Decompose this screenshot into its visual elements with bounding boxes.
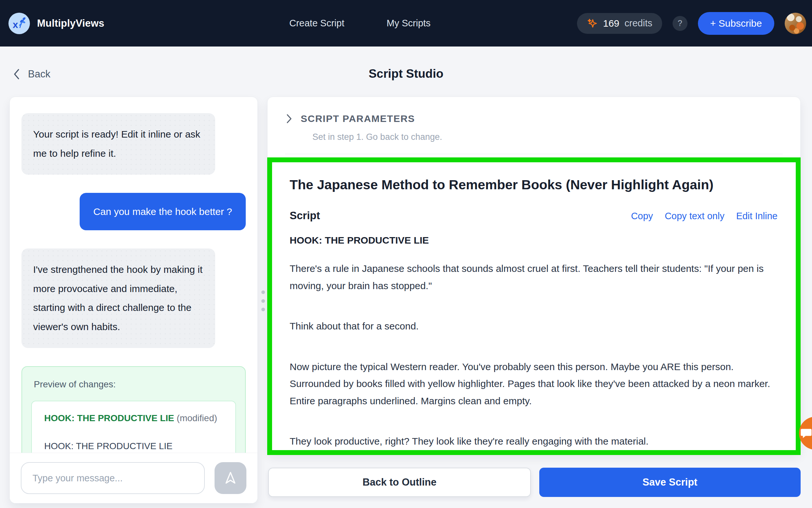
- save-script-button[interactable]: Save Script: [539, 468, 801, 497]
- page-title: Script Studio: [0, 67, 812, 81]
- script-section-header: Script Copy Copy text only Edit Inline: [289, 209, 777, 222]
- user-avatar[interactable]: [785, 13, 806, 34]
- copy-link[interactable]: Copy: [631, 211, 653, 221]
- preview-heading-text: HOOK: THE PRODUCTIVE LIE: [44, 413, 174, 423]
- send-icon: [223, 471, 238, 485]
- assistant-message: Your script is ready! Edit it inline or …: [21, 113, 215, 175]
- chat-widget-button[interactable]: [799, 417, 812, 450]
- script-paragraph: Now picture the typical Western reader. …: [289, 358, 777, 410]
- send-button[interactable]: [215, 462, 246, 494]
- chat-input-bar: [10, 453, 258, 503]
- help-button[interactable]: ?: [673, 16, 687, 31]
- script-paragraph: There's a rule in Japanese schools that …: [289, 260, 777, 294]
- subscribe-button[interactable]: + Subscribe: [698, 12, 774, 35]
- preview-heading: HOOK: THE PRODUCTIVE LIE (modified): [44, 413, 223, 423]
- divider: [285, 154, 783, 154]
- top-navbar: x MultiplyViews Create Script My Scripts: [0, 0, 812, 46]
- footer-actions: Back to Outline Save Script: [268, 468, 801, 497]
- panel-resize-handle[interactable]: [260, 290, 266, 311]
- preview-content: HOOK: THE PRODUCTIVE LIE (modified) HOOK…: [31, 401, 236, 453]
- nav-my-scripts[interactable]: My Scripts: [387, 18, 431, 29]
- nav-create-script[interactable]: Create Script: [289, 18, 344, 29]
- sparkle-icon: [587, 18, 598, 29]
- hook-heading: HOOK: THE PRODUCTIVE LIE: [289, 235, 777, 246]
- brand-name: MultiplyViews: [37, 17, 104, 29]
- script-paragraph: They look productive, right? They look l…: [289, 433, 777, 450]
- chat-message-list[interactable]: Your script is ready! Edit it inline or …: [10, 97, 258, 453]
- chevron-right-icon: [286, 114, 292, 124]
- script-parameters-subtitle: Set in step 1. Go back to change.: [312, 132, 442, 142]
- chat-bubble-icon: [800, 427, 812, 440]
- navbar-right: 169 credits ? + Subscribe: [577, 0, 806, 46]
- credits-unit: credits: [624, 18, 652, 29]
- assistant-message: I've strengthened the hook by making it …: [21, 249, 215, 348]
- chat-panel: Your script is ready! Edit it inline or …: [9, 96, 258, 503]
- script-title: The Japanese Method to Remember Books (N…: [289, 177, 777, 193]
- copy-text-only-link[interactable]: Copy text only: [665, 211, 725, 221]
- script-content[interactable]: The Japanese Method to Remember Books (N…: [272, 162, 796, 450]
- credits-value: 169: [603, 18, 619, 29]
- script-parameters-title: SCRIPT PARAMETERS: [301, 113, 415, 124]
- user-message-row: Can you make the hook better ?: [21, 193, 246, 230]
- user-message: Can you make the hook better ?: [80, 193, 246, 230]
- preview-modified-tag: (modified): [174, 413, 217, 423]
- script-section-label: Script: [289, 209, 320, 222]
- script-paragraph: Think about that for a second.: [289, 318, 777, 335]
- edit-inline-link[interactable]: Edit Inline: [736, 211, 777, 221]
- script-studio-page: x MultiplyViews Create Script My Scripts: [0, 0, 812, 508]
- preview-line: HOOK: THE PRODUCTIVE LIE: [44, 438, 223, 453]
- credits-badge[interactable]: 169 credits: [577, 13, 662, 34]
- message-input[interactable]: [21, 462, 205, 494]
- preview-label: Preview of changes:: [34, 379, 236, 390]
- annotation-highlight: The Japanese Method to Remember Books (N…: [267, 158, 801, 455]
- nav-links: Create Script My Scripts: [289, 0, 431, 46]
- script-actions: Copy Copy text only Edit Inline: [631, 211, 777, 221]
- script-parameters-toggle[interactable]: SCRIPT PARAMETERS: [286, 113, 415, 124]
- brand[interactable]: x MultiplyViews: [8, 13, 104, 34]
- back-to-outline-button[interactable]: Back to Outline: [268, 468, 531, 497]
- app-logo-icon: x: [8, 13, 30, 34]
- svg-text:x: x: [13, 19, 18, 30]
- preview-of-changes-card: Preview of changes: HOOK: THE PRODUCTIVE…: [21, 366, 246, 453]
